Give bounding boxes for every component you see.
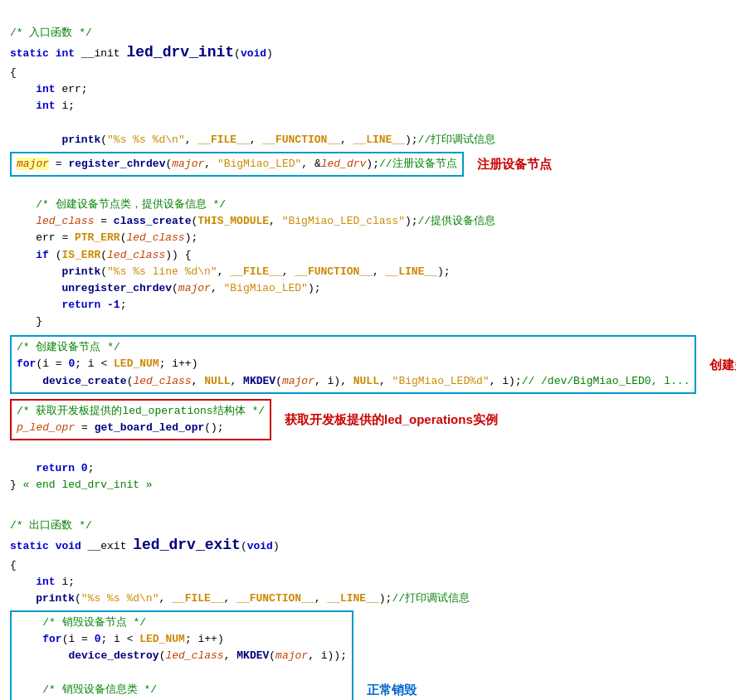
get-ops-row: /* 获取开发板提供的led_operations结构体 */ p_led_op… — [10, 399, 726, 440]
annotation-get-ops: 获取开发板提供的led_operations实例 — [285, 410, 498, 429]
register-section: major = register_chrdev(major, "BigMiao_… — [10, 152, 726, 177]
code-printk-section: printk("%s %s %d\n", __FILE__, __FUNCTIO… — [10, 115, 726, 148]
exit-box-section: /* 销毁设备节点 */ for(i = 0; i < LED_NUM; i++… — [10, 610, 726, 700]
get-ops-section: /* 获取开发板提供的led_operations结构体 */ p_led_op… — [10, 399, 726, 440]
exit-box: /* 销毁设备节点 */ for(i = 0; i < LED_NUM; i++… — [10, 610, 353, 700]
code-return-section: return 0; } « end led_drv_init » — [10, 444, 726, 493]
annotation-create: 创建多个设备实例 — [709, 355, 736, 374]
annotation-register: 注册设备节点 — [477, 154, 552, 173]
code-exit-section: /* 出口函数 */ static void __exit led_drv_ex… — [10, 500, 726, 607]
for-loop-row: /* 创建设备节点 */ for(i = 0; i < LED_NUM; i++… — [10, 335, 726, 393]
get-ops-box: /* 获取开发板提供的led_operations结构体 */ p_led_op… — [10, 399, 271, 440]
register-box: major = register_chrdev(major, "BigMiao_… — [10, 152, 464, 177]
page-wrapper: /* 入口函数 */ static int __init led_drv_ini… — [10, 8, 726, 700]
for-loop-box: /* 创建设备节点 */ for(i = 0; i < LED_NUM; i++… — [10, 335, 696, 393]
annotation-destroy: 正常销毁 — [367, 680, 417, 699]
code-content: /* 入口函数 */ static int __init led_drv_ini… — [10, 8, 726, 115]
exit-box-row: /* 销毁设备节点 */ for(i = 0; i < LED_NUM; i++… — [10, 610, 726, 700]
code-middle-section: /* 创建设备节点类，提供设备信息 */ led_class = class_c… — [10, 180, 726, 330]
for-loop-section: /* 创建设备节点 */ for(i = 0; i < LED_NUM; i++… — [10, 335, 726, 393]
